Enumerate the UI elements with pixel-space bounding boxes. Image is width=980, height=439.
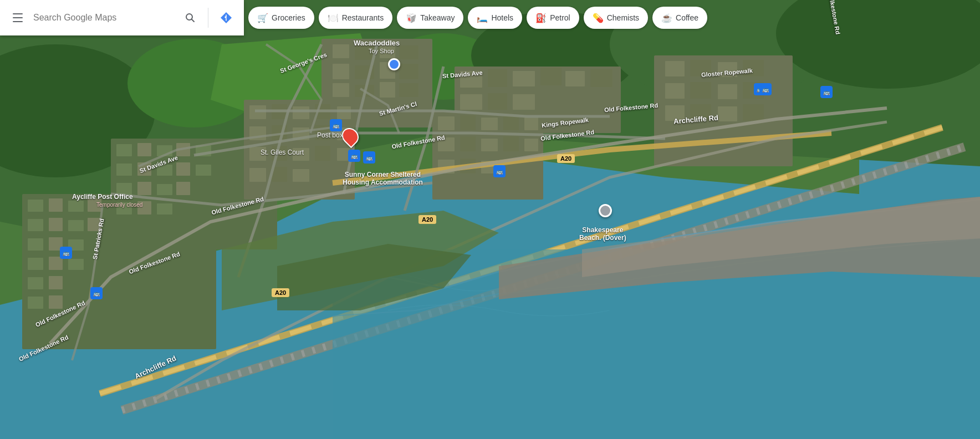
bus-pin-4[interactable]: 🚌 [493, 165, 506, 177]
svg-rect-71 [116, 164, 132, 176]
svg-rect-22 [399, 83, 418, 97]
svg-rect-99 [249, 168, 266, 182]
hamburger-line-3 [13, 21, 23, 22]
bus-pin-9[interactable]: 🚌 [820, 86, 833, 98]
svg-rect-49 [68, 201, 84, 212]
svg-rect-94 [249, 147, 266, 161]
svg-rect-37 [743, 60, 764, 76]
pin-post-box[interactable] [343, 127, 358, 145]
coffee-icon: ☕ [661, 13, 672, 23]
bus-pin-7[interactable]: 🚌 [60, 247, 72, 259]
svg-rect-80 [116, 202, 132, 215]
svg-rect-36 [718, 62, 737, 77]
svg-rect-77 [137, 182, 151, 195]
svg-rect-51 [28, 219, 43, 231]
search-panel [0, 0, 244, 35]
svg-rect-29 [590, 69, 612, 87]
svg-rect-101 [293, 169, 309, 182]
bus-pin-6[interactable]: 🚌 [759, 83, 772, 95]
chip-restaurants[interactable]: 🍽️ Restaurants [319, 7, 392, 29]
svg-rect-53 [68, 220, 84, 231]
svg-rect-60 [68, 259, 84, 270]
bus-pin-8[interactable]: 🚌 [90, 287, 103, 299]
svg-rect-109 [460, 136, 476, 151]
svg-rect-32 [513, 94, 535, 110]
svg-rect-96 [293, 148, 309, 161]
svg-rect-74 [176, 162, 190, 176]
chip-groceries-label: Groceries [272, 13, 305, 22]
menu-button[interactable] [7, 7, 29, 29]
bus-pin-2[interactable]: 🚌 [348, 150, 360, 162]
svg-rect-15 [333, 64, 349, 79]
svg-rect-110 [481, 139, 498, 151]
svg-rect-64 [49, 295, 63, 309]
pin-shakespeare-beach[interactable] [599, 204, 612, 217]
svg-rect-43 [690, 104, 711, 121]
map-container[interactable]: 🚌 🚌 🚌 🚌 🚌 🚌 🚌 🚌 🚌 Wacadoddles Toy Shop P… [0, 0, 980, 439]
svg-rect-66 [116, 144, 132, 156]
svg-rect-30 [460, 94, 482, 110]
bus-pin-3[interactable]: 🚌 [363, 151, 375, 164]
svg-rect-76 [116, 183, 132, 195]
svg-rect-61 [28, 277, 43, 289]
svg-rect-14 [399, 45, 418, 59]
chip-restaurants-label: Restaurants [342, 13, 384, 22]
svg-rect-35 [690, 60, 711, 76]
chip-petrol[interactable]: ⛽ Petrol [527, 7, 579, 29]
svg-rect-28 [565, 71, 585, 86]
chip-takeaway[interactable]: 🥡 Takeaway [397, 7, 463, 29]
svg-rect-82 [157, 203, 172, 215]
svg-rect-106 [503, 115, 519, 130]
svg-rect-18 [399, 64, 418, 79]
divider [208, 8, 208, 28]
svg-rect-47 [28, 200, 43, 212]
svg-rect-62 [49, 276, 63, 289]
svg-rect-39 [690, 82, 711, 99]
svg-rect-112 [524, 139, 538, 151]
chip-chemists[interactable]: 💊 Chemists [584, 7, 648, 29]
top-bar: 🛒 Groceries 🍽️ Restaurants 🥡 Takeaway 🛏️… [0, 0, 980, 35]
svg-rect-108 [438, 137, 455, 151]
chip-hotels-label: Hotels [491, 13, 513, 22]
chip-groceries[interactable]: 🛒 Groceries [248, 7, 314, 29]
svg-rect-12 [355, 44, 374, 60]
chip-coffee-label: Coffee [676, 13, 698, 22]
pin-wacadoddles[interactable] [388, 58, 400, 70]
svg-rect-105 [481, 118, 498, 130]
search-input[interactable] [33, 13, 175, 23]
svg-rect-13 [380, 42, 395, 58]
hamburger-line-1 [13, 13, 23, 14]
svg-rect-88 [337, 106, 351, 119]
svg-rect-55 [28, 238, 43, 251]
svg-rect-26 [513, 71, 535, 86]
svg-rect-103 [438, 116, 455, 130]
map-svg [0, 0, 980, 439]
search-button[interactable] [179, 7, 201, 29]
bus-pin-1[interactable]: 🚌 [330, 119, 342, 131]
svg-rect-50 [88, 198, 101, 212]
hamburger-line-2 [13, 17, 23, 18]
svg-rect-45 [743, 104, 764, 121]
label-a20-2: A20 [418, 215, 436, 224]
svg-rect-86 [293, 106, 309, 119]
svg-rect-111 [503, 136, 519, 151]
svg-rect-25 [488, 69, 507, 87]
svg-rect-104 [460, 115, 476, 130]
search-input-wrapper [33, 13, 175, 23]
svg-rect-40 [718, 84, 737, 99]
chemists-icon: 💊 [593, 13, 604, 23]
restaurants-icon: 🍽️ [328, 13, 339, 23]
svg-rect-21 [380, 82, 395, 98]
chip-coffee[interactable]: ☕ Coffee [652, 7, 707, 29]
svg-rect-19 [333, 83, 349, 97]
chip-petrol-label: Petrol [550, 13, 570, 22]
svg-rect-79 [176, 182, 190, 195]
label-a20-3: A20 [272, 288, 289, 297]
svg-rect-27 [540, 68, 562, 85]
directions-icon [220, 11, 233, 24]
chip-hotels[interactable]: 🛏️ Hotels [468, 7, 522, 29]
chips-container: 🛒 Groceries 🍽️ Restaurants 🥡 Takeaway 🛏️… [244, 0, 712, 35]
svg-rect-24 [460, 71, 482, 88]
directions-button[interactable] [215, 7, 237, 29]
svg-rect-44 [718, 106, 737, 121]
